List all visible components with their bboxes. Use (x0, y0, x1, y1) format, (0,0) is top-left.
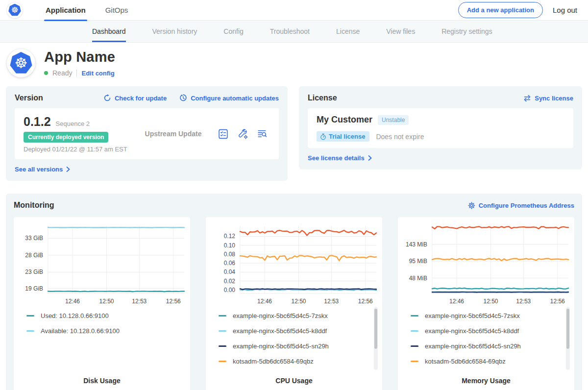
svg-text:28 GiB: 28 GiB (25, 252, 43, 259)
cards-row: Version Check for update (6, 86, 582, 181)
tab-config[interactable]: Config (223, 21, 243, 42)
logout-button[interactable]: Log out (553, 6, 577, 14)
version-sequence: Sequence 2 (56, 120, 90, 127)
legend-label: kotsadm-5db6dc6584-69qbz (425, 358, 506, 365)
charts-row: 19 GiB23 GiB28 GiB33 GiB12:4612:5012:531… (14, 217, 574, 390)
svg-text:0.10: 0.10 (224, 242, 236, 249)
svg-text:33 GiB: 33 GiB (25, 235, 43, 242)
legend-label: example-nginx-5bc6f5d4c5-k8ddf (425, 327, 519, 335)
svg-text:12:53: 12:53 (324, 298, 339, 305)
svg-text:12:46: 12:46 (257, 298, 272, 305)
version-source: Upstream Update (129, 130, 218, 138)
svg-text:19 GiB: 19 GiB (25, 285, 43, 292)
tab-gitops[interactable]: GitOps (104, 0, 130, 21)
tab-gitops-label: GitOps (105, 6, 128, 14)
app-logo-heptagon: ☸ (10, 52, 32, 74)
kubernetes-heptagon: ☸ (8, 4, 21, 17)
tab-application[interactable]: Application (44, 0, 87, 21)
see-all-versions-link[interactable]: See all versions (15, 166, 70, 173)
legend-label: example-nginx-5bc6f5d4c5-sn29h (425, 342, 521, 350)
legend-item: example-nginx-5bc6f5d4c5-7zskx (219, 312, 369, 319)
see-license-details-link[interactable]: See license details (308, 154, 372, 162)
license-card-title: License (308, 94, 337, 102)
svg-text:12:50: 12:50 (484, 298, 498, 305)
svg-text:12:53: 12:53 (516, 298, 531, 305)
deployed-badge: Currently deployed version (24, 132, 108, 143)
legend-swatch (219, 330, 226, 332)
legend-scrollbar (566, 307, 570, 370)
legend-item: Used: 10.128.0.66:9100 (26, 312, 177, 319)
legend-scrollbar-thumb[interactable] (374, 309, 377, 349)
legend-item: kotsadm-5db6dc6584-69qbz (219, 358, 369, 365)
legend-label: example-nginx-5bc6f5d4c5-sn29h (233, 342, 329, 350)
tab-troubleshoot[interactable]: Troubleshoot (270, 21, 310, 42)
edit-config-link[interactable]: Edit config (81, 70, 114, 77)
svg-text:12:56: 12:56 (550, 298, 565, 305)
app-subnav: Dashboard Version history Config Trouble… (0, 21, 588, 43)
add-application-button[interactable]: Add a new application (458, 2, 543, 18)
see-all-versions-label: See all versions (15, 166, 63, 173)
topnav-right: Add a new application Log out (458, 2, 577, 18)
legend-item: example-nginx-5bc6f5d4c5-7zskx (411, 312, 562, 319)
config-wrench-icon[interactable] (237, 128, 248, 140)
disk-usage-card: 19 GiB23 GiB28 GiB33 GiB12:4612:5012:531… (14, 217, 190, 390)
legend-item: example-nginx-5bc6f5d4c5-k8ddf (411, 327, 562, 335)
chevron-right-icon (368, 155, 372, 161)
version-card-links: Check for update Configure automatic upd… (103, 94, 279, 102)
cpu-usage-title: CPU Usage (206, 373, 382, 390)
main-content: Version Check for update (0, 84, 588, 390)
legend-item: example-nginx-5bc6f5d4c5-k8ddf (219, 327, 369, 335)
ship-wheel-icon: ☸ (11, 6, 18, 14)
tab-dashboard[interactable]: Dashboard (92, 21, 126, 42)
legend-swatch (411, 330, 418, 332)
tab-application-label: Application (46, 6, 86, 14)
tab-view-files[interactable]: View files (386, 21, 415, 42)
cpu-usage-legend: example-nginx-5bc6f5d4c5-7zskx example-n… (206, 305, 382, 373)
legend-item: example-nginx-5bc6f5d4c5-sn29h (411, 342, 562, 350)
svg-text:0.02: 0.02 (224, 278, 236, 285)
svg-text:12:46: 12:46 (449, 298, 464, 305)
version-details: 0.1.2 Sequence 2 Currently deployed vers… (24, 115, 129, 153)
customer-name: My Customer (317, 115, 372, 125)
tab-registry-settings[interactable]: Registry settings (441, 21, 492, 42)
deployed-timestamp: Deployed 01/21/22 @ 11:57 am EST (24, 146, 129, 153)
configure-prometheus-link[interactable]: Configure Prometheus Address (468, 202, 574, 209)
tab-version-history[interactable]: Version history (152, 21, 197, 42)
configure-auto-updates-label: Configure automatic updates (191, 95, 279, 102)
svg-text:0.00: 0.00 (224, 287, 236, 293)
tab-license[interactable]: License (336, 21, 360, 42)
legend-swatch (26, 315, 34, 317)
divider (76, 70, 77, 77)
configure-auto-updates-link[interactable]: Configure automatic updates (179, 94, 279, 102)
chevron-right-icon (66, 167, 70, 172)
version-number: 0.1.2 (24, 115, 51, 129)
monitoring-title: Monitoring (14, 201, 54, 210)
disk-usage-title: Disk Usage (14, 373, 190, 390)
cpu-usage-chart: 0.000.020.040.060.080.100.1212:4612:5012… (208, 222, 380, 305)
ship-wheel-icon: ☸ (15, 56, 28, 71)
svg-text:12:56: 12:56 (358, 298, 373, 305)
svg-text:95 MiB: 95 MiB (409, 258, 427, 265)
configure-prometheus-label: Configure Prometheus Address (479, 202, 574, 209)
check-for-update-label: Check for update (115, 95, 167, 102)
legend-swatch (411, 315, 418, 317)
topnav-tabs: Application GitOps (44, 0, 129, 21)
legend-scrollbar-thumb[interactable] (566, 309, 569, 349)
preflight-checklist-icon[interactable] (218, 128, 229, 140)
version-card-title: Version (15, 94, 43, 102)
svg-text:12:50: 12:50 (99, 298, 114, 305)
kubernetes-logo[interactable]: ☸ (7, 2, 23, 18)
app-header: ☸ App Name Ready Edit config (0, 43, 588, 84)
status-text: Ready (52, 69, 72, 77)
legend-swatch (26, 330, 34, 332)
check-for-update-link[interactable]: Check for update (103, 94, 167, 102)
disk-usage-chart: 19 GiB23 GiB28 GiB33 GiB12:4612:5012:531… (16, 222, 188, 305)
svg-text:0.06: 0.06 (224, 260, 236, 267)
version-action-icons (218, 128, 270, 140)
sync-license-link[interactable]: Sync license (523, 95, 573, 102)
refresh-icon (103, 94, 111, 102)
stopwatch-icon (320, 133, 326, 140)
legend-swatch (219, 345, 226, 347)
view-logs-icon[interactable] (257, 128, 268, 140)
sync-arrows-icon (523, 95, 531, 102)
